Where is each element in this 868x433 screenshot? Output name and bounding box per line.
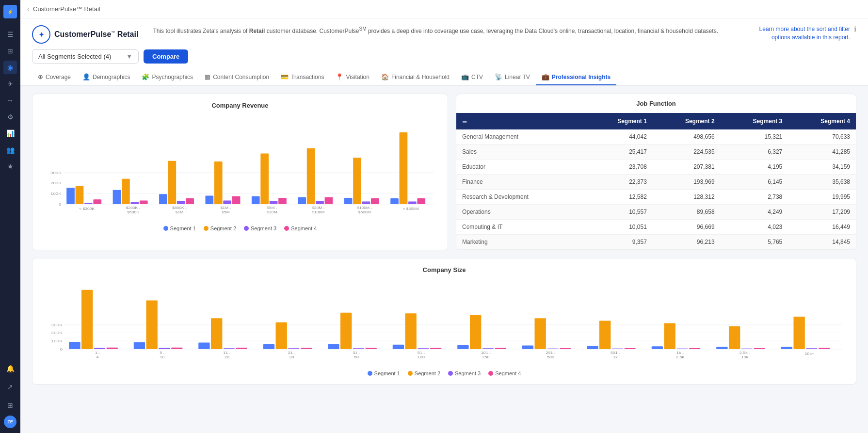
size-s4-label: Segment 4	[495, 370, 521, 376]
sidebar-icon-share[interactable]: ↗	[3, 380, 17, 394]
svg-rect-117	[664, 323, 675, 349]
tab-visitation[interactable]: 📍 Visitation	[330, 69, 375, 85]
table-row: Research & Development 12,582 128,312 2,…	[456, 190, 856, 205]
row-label: Computing & IT	[456, 220, 585, 235]
sidebar-icon-bell[interactable]: 🔔	[3, 362, 17, 375]
row-s4: 14,845	[788, 235, 856, 250]
size-s2-label: Segment 2	[415, 370, 440, 376]
row-s1: 23,708	[585, 160, 653, 175]
chart-legend-revenue: Segment 1 Segment 2 Segment 3 Segme	[40, 225, 440, 231]
tab-transactions[interactable]: 💳 Transactions	[275, 69, 330, 85]
svg-rect-43	[344, 198, 353, 204]
segment-dropdown[interactable]: All Segments Selected (4) ▼	[32, 49, 139, 64]
tab-coverage-label: Coverage	[46, 74, 71, 80]
tab-demographics-label: Demographics	[93, 74, 130, 80]
learn-more-link[interactable]: Learn more about the sort and filter opt…	[743, 25, 850, 42]
svg-rect-129	[793, 317, 804, 349]
demographics-icon: 👤	[82, 73, 90, 80]
visitation-icon: 📍	[336, 73, 343, 80]
svg-text:501 -: 501 -	[611, 351, 621, 355]
tab-demographics[interactable]: 👤 Demographics	[77, 69, 136, 85]
svg-text:$5M -: $5M -	[267, 206, 277, 210]
svg-text:100K: 100K	[51, 339, 63, 343]
svg-rect-38	[307, 148, 315, 204]
row-label: General Management	[456, 129, 585, 144]
col-header-s1: Segment 1	[585, 113, 653, 129]
sidebar-icon-menu[interactable]: ☰	[3, 28, 17, 41]
tab-content-label: Content Consumption	[213, 74, 269, 80]
sidebar-icon-nav2[interactable]: ↔	[3, 94, 17, 107]
sidebar-icon-nav1[interactable]: ✈	[3, 77, 17, 91]
svg-text:$100M: $100M	[312, 210, 324, 214]
svg-rect-69	[146, 301, 158, 350]
svg-rect-116	[652, 346, 663, 349]
svg-rect-33	[270, 201, 278, 204]
svg-rect-8	[66, 188, 75, 204]
tab-financial[interactable]: 🏠 Financial & Household	[375, 69, 455, 85]
sidebar-icon-grid[interactable]: ⊞	[3, 399, 17, 412]
charts-area: Company Revenue 0100K200K300K< $200K$200…	[20, 86, 868, 392]
svg-rect-124	[741, 349, 753, 349]
tab-coverage[interactable]: ⊕ Coverage	[32, 69, 77, 85]
svg-rect-112	[612, 349, 623, 349]
sidebar-icon-active[interactable]: ◉	[3, 61, 17, 74]
row-s4: 19,995	[788, 190, 856, 205]
svg-text:2.5k -: 2.5k -	[739, 351, 751, 355]
tab-psychographics[interactable]: 🧩 Psychographics	[136, 69, 199, 85]
svg-rect-62	[69, 342, 80, 349]
sidebar-icon-people[interactable]: 👥	[3, 143, 17, 157]
svg-text:> $500M: > $500M	[403, 207, 419, 211]
svg-rect-131	[819, 348, 830, 349]
svg-rect-74	[198, 343, 209, 349]
svg-text:250: 250	[482, 355, 490, 359]
svg-rect-87	[340, 313, 352, 349]
compare-button[interactable]: Compare	[144, 49, 188, 64]
svg-rect-44	[353, 158, 361, 204]
row-s2: 96,669	[653, 220, 721, 235]
tab-ctv[interactable]: 📺 CTV	[455, 69, 489, 85]
svg-rect-50	[400, 132, 408, 204]
sidebar-icon-settings[interactable]: ⚙	[3, 110, 17, 124]
tab-linear[interactable]: 📡 Linear TV	[489, 69, 536, 85]
svg-text:$500M: $500M	[358, 210, 371, 214]
nav-tabs: ⊕ Coverage 👤 Demographics 🧩 Psychographi…	[32, 69, 856, 85]
table-row: Sales 25,417 224,535 6,327 41,285	[456, 144, 856, 160]
table-row: Marketing 9,357 96,213 5,765 14,845	[456, 235, 856, 250]
row-s4: 70,633	[788, 129, 856, 144]
row-s1: 44,042	[585, 129, 653, 144]
filter-icon[interactable]: ⚌	[462, 118, 467, 124]
psychographics-icon: 🧩	[142, 73, 149, 80]
table-row: Computing & IT 10,051 96,669 4,023 16,44…	[456, 220, 856, 235]
svg-rect-65	[107, 348, 118, 349]
svg-text:< $200K: < $200K	[79, 207, 95, 211]
svg-rect-22	[186, 198, 194, 204]
table-row: Educator 23,708 207,381 4,195 34,159	[456, 160, 856, 175]
svg-rect-81	[276, 322, 287, 349]
svg-rect-82	[288, 348, 299, 349]
svg-text:200K: 200K	[50, 181, 62, 185]
row-s2: 224,535	[653, 144, 721, 160]
sidebar-icon-chart[interactable]: 📊	[3, 127, 17, 140]
svg-rect-46	[371, 198, 379, 204]
svg-text:50: 50	[354, 355, 359, 359]
segment2-dot	[204, 226, 209, 231]
logo-area: ✦ CustomerPulse™ Retail	[32, 25, 138, 44]
svg-text:101 -: 101 -	[481, 351, 491, 355]
size-s3-dot	[448, 371, 453, 376]
back-chevron[interactable]: ‹	[27, 6, 29, 13]
svg-rect-92	[393, 345, 404, 349]
svg-rect-16	[140, 200, 148, 204]
chevron-down-icon: ▼	[126, 53, 132, 60]
svg-text:$20M -: $20M -	[312, 206, 325, 210]
sidebar-icon-star[interactable]: ★	[3, 160, 17, 173]
job-function-table: ⚌ Segment 1 Segment 2 Segment 3 Segment …	[456, 113, 856, 250]
tab-content[interactable]: ▦ Content Consumption	[199, 69, 275, 85]
row-s3: 5,765	[721, 235, 788, 250]
tab-professional[interactable]: 💼 Professional Insights	[536, 69, 616, 85]
svg-text:100: 100	[418, 355, 425, 359]
transactions-icon: 💳	[281, 73, 289, 80]
row-s3: 6,145	[721, 175, 788, 190]
sidebar-icon-home[interactable]: ⊞	[3, 44, 17, 58]
logo-text: CustomerPulse™ Retail	[54, 30, 138, 39]
tab-professional-label: Professional Insights	[552, 74, 611, 80]
